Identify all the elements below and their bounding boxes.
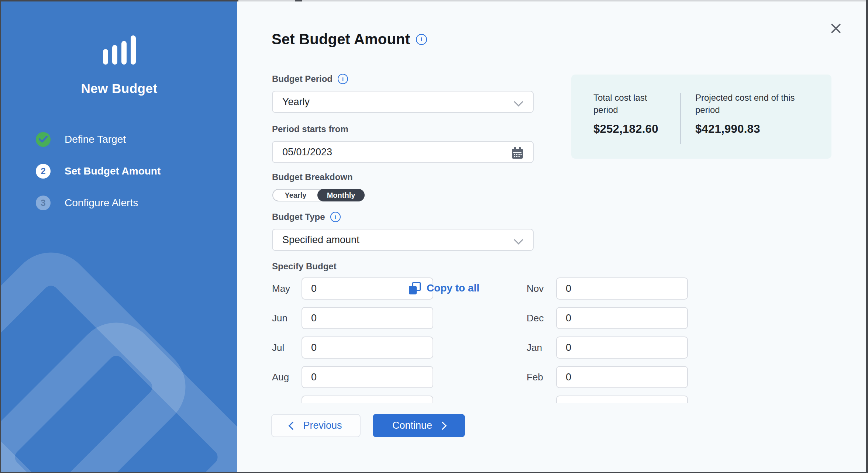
month-label: Aug <box>272 372 302 383</box>
bar-chart-logo-icon <box>1 1 237 65</box>
month-budget-row: Aug <box>272 366 438 388</box>
month-budget-row: Nov <box>527 277 693 300</box>
month-budget-input[interactable] <box>302 396 433 403</box>
month-budget-input[interactable] <box>302 366 433 388</box>
month-label: May <box>272 283 302 294</box>
continue-button[interactable]: Continue <box>373 414 465 437</box>
toggle-option-yearly[interactable]: Yearly <box>273 190 318 201</box>
info-icon[interactable]: i <box>416 34 427 45</box>
wizard-step[interactable]: 1 Define Target <box>36 132 161 147</box>
chevron-right-icon <box>438 421 447 430</box>
previous-button[interactable]: Previous <box>271 414 361 437</box>
page-title-row: Set Budget Amount i <box>272 31 427 48</box>
total-cost-last-period: Total cost last period $252,182.60 <box>593 92 672 136</box>
month-budget-row: Jul <box>272 336 438 359</box>
step-status-icon: 3 <box>36 196 51 210</box>
budget-period-label: Budget Period i <box>272 74 348 84</box>
month-label: Mar <box>527 401 556 403</box>
summary-value: $421,990.83 <box>695 122 813 136</box>
close-icon[interactable] <box>829 21 843 35</box>
toggle-option-monthly[interactable]: Monthly <box>317 189 365 201</box>
summary-label: Projected cost end of this period <box>695 92 813 116</box>
specify-budget-label: Specify Budget <box>272 261 337 272</box>
budget-breakdown-label: Budget Breakdown <box>272 172 353 182</box>
month-column-right: Nov Dec Jan <box>527 277 693 403</box>
summary-value: $252,182.60 <box>593 122 672 136</box>
chevron-down-icon <box>514 97 523 106</box>
step-status-icon: 1 <box>36 132 51 147</box>
budget-type-select[interactable]: Specified amount <box>272 229 534 251</box>
month-budget-input[interactable] <box>556 307 688 329</box>
cost-summary-panel: Total cost last period $252,182.60 Proje… <box>571 75 831 159</box>
month-label: Sep <box>272 401 302 403</box>
budget-type-label: Budget Type i <box>272 212 341 222</box>
chevron-left-icon <box>289 421 297 430</box>
copy-to-all-button[interactable]: Copy to all <box>409 282 479 294</box>
monthly-budget-grid: May Jun Jul <box>272 277 730 403</box>
modal-content: Set Budget Amount i Total cost last peri… <box>237 1 866 472</box>
new-budget-modal: New Budget 1 Define Target <box>1 1 866 472</box>
budget-breakdown-toggle: Yearly Monthly <box>272 189 365 201</box>
month-budget-input[interactable] <box>302 336 433 359</box>
month-budget-input[interactable] <box>302 307 433 329</box>
copy-icon <box>409 282 421 294</box>
month-budget-row: Mar <box>527 396 693 403</box>
page-title: Set Budget Amount <box>272 31 410 48</box>
budget-period-select[interactable]: Yearly <box>272 91 534 113</box>
month-column-left: May Jun Jul <box>272 277 438 403</box>
check-icon <box>39 136 48 142</box>
projected-cost-end-period: Projected cost end of this period $421,9… <box>695 92 813 136</box>
chevron-down-icon <box>514 235 523 244</box>
month-label: Feb <box>527 372 556 383</box>
info-icon[interactable]: i <box>330 212 341 222</box>
period-start-date-input[interactable]: 05/01/2023 <box>272 141 534 163</box>
screen: New Budget 1 Define Target <box>0 0 868 473</box>
month-label: Jun <box>272 313 302 324</box>
step-label: Configure Alerts <box>65 197 138 209</box>
summary-label: Total cost last period <box>593 92 672 116</box>
month-budget-row: Sep <box>272 396 438 403</box>
step-label: Set Budget Amount <box>65 165 161 177</box>
wizard-title: New Budget <box>1 81 237 96</box>
month-budget-input[interactable] <box>556 277 688 300</box>
month-budget-row: Jun <box>272 307 438 329</box>
month-label: Jul <box>272 342 302 353</box>
month-label: Dec <box>527 313 556 324</box>
info-icon[interactable]: i <box>338 74 348 84</box>
month-budget-row: Feb <box>527 366 693 388</box>
step-label: Define Target <box>65 134 126 145</box>
summary-divider <box>680 93 681 144</box>
month-label: Jan <box>527 342 556 353</box>
wizard-step[interactable]: 2 Set Budget Amount <box>36 164 161 179</box>
step-status-icon: 2 <box>36 164 51 179</box>
wizard-steps: 1 Define Target 2 Set Budget Amount <box>36 132 161 227</box>
period-starts-from-label: Period starts from <box>272 124 348 134</box>
wizard-sidebar: New Budget 1 Define Target <box>1 1 237 472</box>
month-budget-row: Dec <box>527 307 693 329</box>
month-budget-input[interactable] <box>556 366 688 388</box>
month-budget-input[interactable] <box>556 396 688 403</box>
month-budget-row: Jan <box>527 336 693 359</box>
month-label: Nov <box>527 283 556 294</box>
month-budget-input[interactable] <box>556 336 688 359</box>
calendar-icon[interactable] <box>511 146 524 159</box>
wizard-step[interactable]: 3 Configure Alerts <box>36 196 161 210</box>
